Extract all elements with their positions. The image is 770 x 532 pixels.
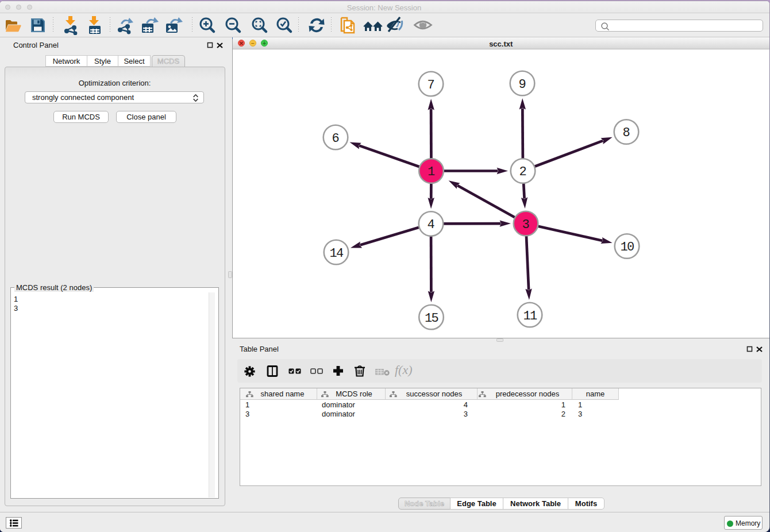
svg-text:8: 8 (622, 126, 630, 140)
svg-text:6: 6 (332, 132, 339, 146)
svg-text:3: 3 (522, 218, 529, 232)
svg-text:11: 11 (523, 309, 537, 323)
svg-text:1: 1 (428, 165, 435, 179)
svg-text:15: 15 (425, 311, 438, 326)
svg-text:4: 4 (427, 218, 434, 232)
svg-text:10: 10 (621, 240, 634, 255)
svg-text:2: 2 (519, 165, 526, 179)
svg-text:7: 7 (427, 78, 434, 92)
svg-text:14: 14 (330, 246, 344, 261)
svg-text:9: 9 (518, 78, 526, 92)
